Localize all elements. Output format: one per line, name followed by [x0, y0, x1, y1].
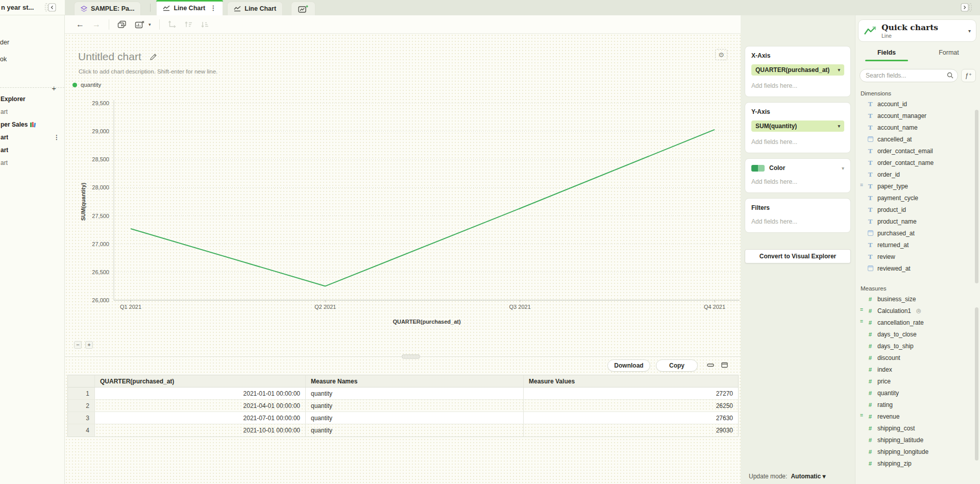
gear-icon[interactable]: ⚙	[715, 49, 727, 60]
dimension-field-item[interactable]: cancelled_at	[855, 133, 980, 145]
dimension-field-item[interactable]: purchased_at	[855, 227, 980, 239]
dimensions-scrollbar[interactable]	[975, 110, 978, 283]
page-tab[interactable]: SAMPLE: Pa...	[74, 2, 141, 15]
quick-charts-selector[interactable]: Quick charts Line ▾	[858, 19, 976, 42]
tab-menu-icon[interactable]: ⋮	[210, 4, 216, 12]
sidebar-item[interactable]: art ⋮	[0, 131, 64, 143]
filters-section: Filters Add fields here...	[745, 198, 851, 233]
measure-field-item[interactable]: # rating	[855, 399, 980, 410]
measure-field-item[interactable]: # business_size	[855, 293, 980, 305]
sidebar-top-item[interactable]: der	[0, 39, 9, 46]
measure-field-item[interactable]: = # Calculation1 ◎	[855, 305, 980, 317]
measure-field-item[interactable]: # shipping_latitude	[855, 434, 980, 446]
column-header[interactable]: Measure Values	[524, 375, 738, 387]
chart-description-placeholder[interactable]: Click to add chart description. Shift-en…	[79, 68, 217, 75]
number-type-icon: #	[867, 320, 873, 326]
sort-ascending-icon[interactable]	[184, 21, 192, 28]
chart-title[interactable]: Untitled chart	[78, 51, 141, 63]
swap-axes-icon[interactable]	[168, 20, 176, 28]
dimension-field-item[interactable]: T payment_cycle	[855, 192, 980, 204]
table-row[interactable]: 2 2021-04-01 00:00:00 quantity 26250	[68, 400, 738, 412]
copy-button[interactable]: Copy	[656, 359, 698, 372]
maximize-table-icon[interactable]	[721, 362, 728, 368]
dimension-field-item[interactable]: T account_name	[855, 122, 980, 133]
add-fields-placeholder[interactable]: Add fields here...	[751, 178, 844, 185]
add-fields-placeholder[interactable]: Add fields here...	[751, 138, 844, 146]
y-axis-field-pill[interactable]: SUM(quantity) ▾	[751, 120, 844, 132]
dimension-field-item[interactable]: T account_manager	[855, 110, 980, 122]
measure-field-item[interactable]: # days_to_close	[855, 328, 980, 340]
minimize-table-icon[interactable]	[707, 362, 714, 368]
expand-panel-icon[interactable]	[960, 3, 973, 12]
number-type-icon: #	[867, 343, 873, 349]
dimension-field-item[interactable]: T account_id	[855, 98, 980, 110]
delete-element-icon[interactable]	[135, 20, 144, 29]
dimension-field-item[interactable]: T product_name	[855, 215, 980, 227]
sidebar-top-item[interactable]: ok	[0, 56, 7, 63]
chevron-down-icon[interactable]: ▾	[968, 28, 971, 34]
dimension-field-item[interactable]: T order_contact_email	[855, 145, 980, 157]
splitter-drag-handle[interactable]	[402, 354, 420, 359]
measure-field-item[interactable]: # quantity	[855, 387, 980, 399]
measure-field-item[interactable]: = # cancellation_rate	[855, 317, 980, 328]
tab-format[interactable]: Format	[918, 49, 980, 61]
new-page-tab-button[interactable]	[291, 2, 315, 15]
tab-fields[interactable]: Fields	[855, 49, 918, 61]
add-fields-placeholder[interactable]: Add fields here...	[751, 82, 844, 89]
chevron-down-icon[interactable]: ▾	[149, 22, 151, 27]
search-fields-input[interactable]	[860, 69, 958, 82]
page-tab[interactable]: Line Chart ⋮	[156, 0, 223, 15]
dimension-field-item[interactable]: T returned_at	[855, 239, 980, 251]
redo-button[interactable]: →	[92, 20, 101, 29]
measure-field-item[interactable]: = # revenue	[855, 410, 980, 422]
add-page-icon[interactable]: +	[52, 84, 56, 92]
dimension-field-item[interactable]: reviewed_at	[855, 262, 980, 274]
edit-title-pencil-icon[interactable]	[150, 53, 157, 61]
color-swatch[interactable]	[751, 165, 765, 172]
measure-field-item[interactable]: # days_to_ship	[855, 340, 980, 352]
column-header[interactable]: Measure Names	[306, 375, 524, 387]
measure-field-item[interactable]: # discount	[855, 352, 980, 364]
measures-scrollbar[interactable]	[975, 307, 978, 461]
dimension-field-item[interactable]: = T paper_type	[855, 180, 980, 192]
pill-label: SUM(quantity)	[755, 123, 797, 130]
zoom-in-button[interactable]: +	[85, 341, 93, 349]
dimension-field-item[interactable]: T review	[855, 251, 980, 262]
zoom-out-button[interactable]: −	[74, 341, 82, 349]
sort-descending-icon[interactable]	[201, 21, 209, 28]
measure-field-item[interactable]: # shipping_longitude	[855, 446, 980, 457]
chevron-down-icon[interactable]: ▾	[838, 67, 840, 72]
table-row[interactable]: 1 2021-01-01 00:00:00 quantity 27270	[68, 388, 738, 400]
update-mode-select[interactable]: Automatic ▾	[791, 473, 825, 480]
sidebar-item[interactable]: art	[0, 105, 64, 118]
collapse-sidebar-icon[interactable]	[44, 3, 57, 12]
sidebar-item[interactable]: Explorer	[0, 92, 64, 105]
dimension-field-item[interactable]: T order_id	[855, 168, 980, 180]
field-name: order_contact_email	[877, 148, 933, 155]
add-fields-placeholder[interactable]: Add fields here...	[751, 218, 844, 225]
panel-splitter[interactable]	[65, 354, 741, 359]
page-tab[interactable]: Line Chart	[227, 2, 283, 15]
add-formula-icon[interactable]: ƒ⁺	[961, 69, 976, 82]
table-row[interactable]: 4 2021-10-01 00:00:00 quantity 29030	[68, 424, 738, 437]
item-menu-icon[interactable]: ⋮	[54, 134, 60, 141]
duplicate-element-icon[interactable]	[117, 20, 127, 29]
chevron-down-icon[interactable]: ▾	[838, 124, 840, 129]
line-chart-svg[interactable]: 26,00026,50027,00027,50028,00028,50029,0…	[65, 95, 741, 337]
download-button[interactable]: Download	[607, 359, 650, 372]
convert-to-visual-explorer-button[interactable]: Convert to Visual Explorer	[745, 249, 851, 263]
table-row[interactable]: 3 2021-07-01 00:00:00 quantity 27630	[68, 412, 738, 424]
sidebar-item[interactable]: per Sales	[0, 118, 64, 131]
dimension-field-item[interactable]: T order_contact_name	[855, 157, 980, 168]
x-axis-field-pill[interactable]: QUARTER(purchased_at) ▾	[751, 64, 844, 76]
sidebar-item[interactable]: art	[0, 143, 64, 156]
measure-field-item[interactable]: # shipping_zip	[855, 457, 980, 469]
column-header[interactable]: QUARTER(purchased_at)	[95, 375, 306, 387]
chevron-down-icon[interactable]: ▾	[842, 165, 844, 171]
undo-button[interactable]: ←	[76, 20, 84, 29]
measure-field-item[interactable]: # shipping_cost	[855, 422, 980, 434]
sidebar-item[interactable]: art	[0, 156, 64, 169]
measure-field-item[interactable]: # index	[855, 364, 980, 375]
measure-field-item[interactable]: # price	[855, 375, 980, 387]
dimension-field-item[interactable]: T product_id	[855, 204, 980, 215]
